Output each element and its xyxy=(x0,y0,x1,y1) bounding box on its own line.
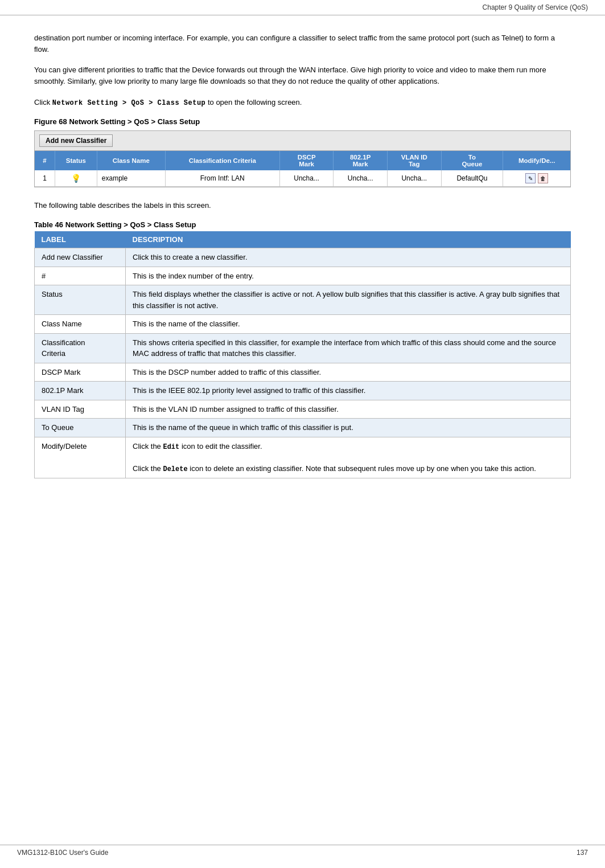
figure-title-text: Network Setting > QoS > Class Setup xyxy=(67,117,200,126)
cell-dscp: Uncha... xyxy=(279,170,334,187)
desc-label-vlan: VLAN ID Tag xyxy=(35,400,126,419)
table46-title-text: Network Setting > QoS > Class Setup xyxy=(63,220,196,229)
col-header-queue: ToQueue xyxy=(441,151,503,170)
add-btn-row: Add new Classifier xyxy=(35,131,570,151)
col-header-criteria: Classification Criteria xyxy=(165,151,279,170)
delete-label: Delete xyxy=(163,465,187,473)
cell-status: 💡 xyxy=(55,170,97,187)
cell-802: Uncha... xyxy=(334,170,388,187)
desc-text-dscp: This is the DSCP number added to traffic… xyxy=(126,363,571,382)
table46-label: Table 46 xyxy=(34,220,63,229)
cell-actions: ✎ 🗑 xyxy=(503,170,570,187)
footer-right: 137 xyxy=(577,849,588,857)
col-header-status: Status xyxy=(55,151,97,170)
click-instruction: Click Network Setting > QoS > Class Setu… xyxy=(34,97,571,109)
desc-label-add: Add new Classifier xyxy=(35,248,126,267)
desc-label-classname: Class Name xyxy=(35,315,126,334)
add-classifier-button[interactable]: Add new Classifier xyxy=(39,134,113,147)
desc-row-dscp: DSCP Mark This is the DSCP number added … xyxy=(35,363,571,382)
chapter-title: Chapter 9 Quality of Service (QoS) xyxy=(483,3,588,11)
table46-title: Table 46 Network Setting > QoS > Class S… xyxy=(34,220,571,229)
col-header-num: # xyxy=(35,151,55,170)
click-nav-path: Network Setting > QoS > Class Setup xyxy=(52,99,206,107)
bulb-icon: 💡 xyxy=(71,174,81,183)
desc-row-classname: Class Name This is the name of the class… xyxy=(35,315,571,334)
cell-vlan: Uncha... xyxy=(387,170,441,187)
action-icons: ✎ 🗑 xyxy=(508,173,566,183)
desc-text-modify: Click the Edit icon to edit the classifi… xyxy=(126,437,571,478)
col-header-dscp: DSCPMark xyxy=(279,151,334,170)
desc-row-status: Status This field displays whether the c… xyxy=(35,285,571,315)
desc-row-hash: # This is the index number of the entry. xyxy=(35,267,571,285)
cell-classname: example xyxy=(97,170,165,187)
desc-text-classname: This is the name of the classifier. xyxy=(126,315,571,334)
figure-label: Figure 68 xyxy=(34,117,67,126)
desc-row-criteria: ClassificationCriteria This shows criter… xyxy=(35,333,571,363)
desc-label-dscp: DSCP Mark xyxy=(35,363,126,382)
page-content: destination port number or incoming inte… xyxy=(0,15,605,513)
table-row: 1 💡 example From Intf: LAN Uncha... Unch… xyxy=(35,170,570,187)
cell-queue: DefaultQu xyxy=(441,170,503,187)
body-paragraph-2: You can give different priorities to tra… xyxy=(34,64,571,87)
col-header-modify: Modify/De... xyxy=(503,151,570,170)
click-prefix: Click xyxy=(34,98,52,107)
desc-text-status: This field displays whether the classifi… xyxy=(126,285,571,315)
desc-row-modify: Modify/Delete Click the Edit icon to edi… xyxy=(35,437,571,478)
desc-text-vlan: This is the VLAN ID number assigned to t… xyxy=(126,400,571,419)
desc-table-header-row: LABEL DESCRIPTION xyxy=(35,231,571,248)
desc-row-vlan: VLAN ID Tag This is the VLAN ID number a… xyxy=(35,400,571,419)
desc-text-802: This is the IEEE 802.1p priority level a… xyxy=(126,382,571,400)
desc-label-queue: To Queue xyxy=(35,419,126,437)
classifier-table: # Status Class Name Classification Crite… xyxy=(35,151,570,187)
cell-num: 1 xyxy=(35,170,55,187)
desc-label-modify: Modify/Delete xyxy=(35,437,126,478)
col-header-802: 802.1PMark xyxy=(334,151,388,170)
desc-text-hash: This is the index number of the entry. xyxy=(126,267,571,285)
footer-left: VMG1312-B10C User's Guide xyxy=(17,849,108,857)
page-header: Chapter 9 Quality of Service (QoS) xyxy=(0,0,605,15)
delete-icon[interactable]: 🗑 xyxy=(538,173,548,183)
desc-label-criteria: ClassificationCriteria xyxy=(35,333,126,363)
desc-label-status: Status xyxy=(35,285,126,315)
desc-label-802: 802.1P Mark xyxy=(35,382,126,400)
desc-label-hash: # xyxy=(35,267,126,285)
description-table: LABEL DESCRIPTION Add new Classifier Cli… xyxy=(34,231,571,478)
desc-row-add: Add new Classifier Click this to create … xyxy=(35,248,571,267)
desc-col-label: LABEL xyxy=(35,231,126,248)
body-paragraph-1: destination port number or incoming inte… xyxy=(34,32,571,55)
desc-text-add: Click this to create a new classifier. xyxy=(126,248,571,267)
page-footer: VMG1312-B10C User's Guide 137 xyxy=(0,845,605,857)
desc-row-802: 802.1P Mark This is the IEEE 802.1p prio… xyxy=(35,382,571,400)
col-header-vlan: VLAN IDTag xyxy=(387,151,441,170)
classifier-table-header-row: # Status Class Name Classification Crite… xyxy=(35,151,570,170)
desc-text-criteria: This shows criteria specified in this cl… xyxy=(126,333,571,363)
desc-text-queue: This is the name of the queue in which t… xyxy=(126,419,571,437)
classifier-panel: Add new Classifier # Status Class Name C… xyxy=(34,130,571,187)
desc-row-queue: To Queue This is the name of the queue i… xyxy=(35,419,571,437)
table-intro-text: The following table describes the labels… xyxy=(34,200,571,211)
desc-col-desc: DESCRIPTION xyxy=(126,231,571,248)
figure-title: Figure 68 Network Setting > QoS > Class … xyxy=(34,117,571,126)
cell-criteria: From Intf: LAN xyxy=(165,170,279,187)
col-header-classname: Class Name xyxy=(97,151,165,170)
edit-icon[interactable]: ✎ xyxy=(525,173,536,183)
edit-label: Edit xyxy=(163,443,179,451)
click-suffix: to open the following screen. xyxy=(205,98,302,107)
